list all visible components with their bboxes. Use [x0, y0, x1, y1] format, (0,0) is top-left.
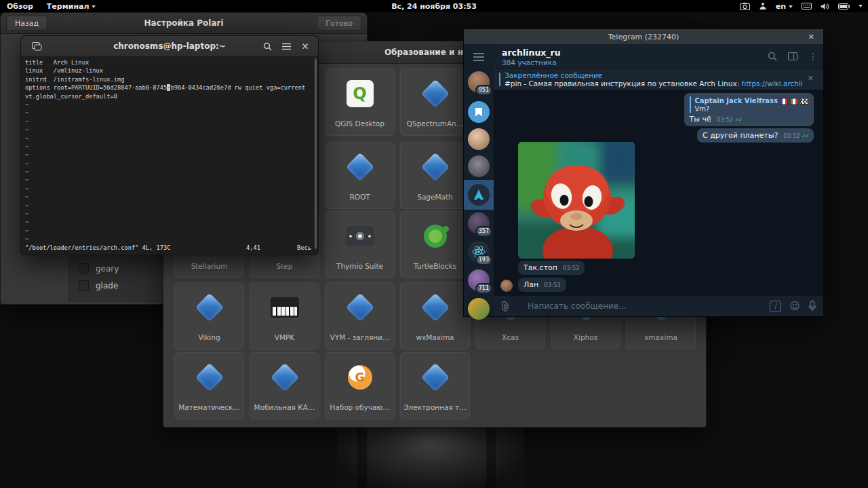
account-row-glade[interactable]: glade: [69, 277, 164, 294]
hamburger-menu-icon[interactable]: [473, 53, 484, 54]
chat-item-archlinux-selected[interactable]: [468, 184, 490, 206]
checkbox-unchecked[interactable]: [79, 280, 89, 290]
bot-commands-icon[interactable]: /: [770, 301, 781, 312]
battery-icon[interactable]: [838, 3, 850, 10]
reply-quote-block[interactable]: Captain Jack Vielfrass Vm?: [690, 96, 808, 113]
globe-icon: G: [348, 365, 372, 390]
app-tile-vym[interactable]: VYM - загляни…: [325, 282, 395, 350]
account-label: geary: [96, 264, 119, 274]
message-photo-knuckles-meme[interactable]: [518, 142, 635, 259]
keyboard-icon[interactable]: [802, 3, 812, 10]
app-tile-viking[interactable]: Viking: [174, 282, 244, 350]
app-diamond-icon: [420, 153, 449, 181]
emoji-icon[interactable]: ☺: [789, 301, 800, 312]
read-checks-icon: ✓✓: [802, 132, 808, 139]
unread-badge: 711: [475, 283, 492, 294]
app-tile-label: ROOT: [328, 193, 391, 201]
vim-tilde: ~: [25, 202, 318, 210]
done-button[interactable]: Готово: [317, 16, 361, 31]
vim-cursor-position: 4,41: [246, 244, 260, 251]
app-tile-label: Набор обучаю…: [328, 403, 391, 411]
app-tile-thymio[interactable]: Thymio Suite: [325, 211, 395, 278]
attach-paperclip-icon[interactable]: [500, 301, 510, 312]
volume-icon[interactable]: [821, 3, 829, 10]
app-tile-label: VYM - загляни…: [328, 333, 391, 341]
app-tile-mobile[interactable]: Мобильная КА…: [250, 352, 319, 419]
telegram-titlebar[interactable]: Telegram (232740) ✕: [464, 29, 823, 45]
app-tile-label: Thymio Suite: [328, 262, 391, 270]
app-tile-label: Step: [253, 262, 316, 270]
app-tile-label: xmaxima: [629, 333, 692, 341]
accessibility-person-icon[interactable]: [759, 2, 767, 10]
chat-item-6[interactable]: [468, 298, 490, 320]
new-tab-icon[interactable]: [29, 39, 44, 54]
close-icon[interactable]: ✕: [804, 29, 818, 44]
chat-header[interactable]: archlinux_ru 384 участника ⋮: [494, 44, 823, 69]
wallpaper-art: [337, 426, 524, 488]
back-button[interactable]: Назад: [6, 16, 47, 31]
terminal-line: title Arch Linux: [25, 58, 318, 67]
microphone-icon[interactable]: [808, 301, 816, 312]
app-tile-qspectrum[interactable]: QSpectrumAn…: [400, 69, 470, 136]
reply-quote-text: Vm?: [695, 105, 808, 113]
close-icon[interactable]: ✕: [804, 73, 818, 83]
sender-avatar[interactable]: [500, 280, 513, 292]
app-tile-sagemath[interactable]: SageMath: [400, 142, 470, 209]
message-bubble-incoming[interactable]: Лан03:53: [518, 278, 566, 292]
chat-item-1[interactable]: 951: [468, 71, 490, 93]
message-input[interactable]: Написать сообщение...: [528, 301, 762, 311]
screenshot-camera-icon[interactable]: [740, 3, 750, 10]
vim-filename: "/boot/loader/entries/arch.conf" 4L, 173…: [25, 244, 170, 251]
account-row-geary[interactable]: geary: [69, 260, 164, 277]
chat-item-4[interactable]: 357: [468, 212, 490, 234]
search-icon[interactable]: [768, 52, 777, 61]
app-tile-electronic[interactable]: Электронная т…: [400, 352, 470, 419]
app-tile-root[interactable]: ROOT: [325, 142, 395, 209]
app-tile-qgis[interactable]: Q QGIS Desktop: [325, 69, 395, 136]
app-tile-vmpk[interactable]: VMPK: [250, 282, 319, 350]
chat-item-react[interactable]: 193: [468, 241, 490, 263]
scrollbar[interactable]: [315, 58, 317, 249]
input-source-indicator[interactable]: en: [776, 2, 793, 11]
unread-badge: 357: [475, 226, 492, 237]
unread-badge: 951: [475, 85, 492, 96]
toggle-sidebar-icon[interactable]: [788, 52, 797, 60]
search-icon[interactable]: [260, 39, 275, 54]
kebab-menu-icon[interactable]: ⋮: [808, 51, 818, 62]
menu-icon[interactable]: [279, 39, 294, 54]
pinned-link[interactable]: https://wiki.archlinux.org/index.php/Ins…: [742, 79, 803, 88]
clock-button[interactable]: Вс, 24 ноября 03:53: [0, 2, 868, 11]
pinned-message-bar[interactable]: Закреплённое сообщение #pin - Самая прав…: [494, 69, 823, 90]
close-icon[interactable]: ✕: [298, 39, 313, 54]
terminal-content[interactable]: title Arch Linux linux /vmlinuz-linux in…: [21, 56, 318, 255]
telegram-chat-column: archlinux_ru 384 участника ⋮ Закре: [494, 44, 823, 316]
app-tile-label: Xiphos: [554, 333, 617, 341]
terminal-window: chronosms@hp-laptop:~ ✕ title Arch Linux…: [20, 35, 319, 255]
app-tile-math[interactable]: Математическ…: [174, 352, 244, 419]
app-tile-label: SageMath: [403, 193, 467, 201]
message-bubble-outgoing[interactable]: С другой планеты?03:52✓✓: [697, 128, 814, 143]
saved-messages-button[interactable]: [468, 101, 490, 123]
app-tile-label: Viking: [178, 333, 241, 341]
app-diamond-icon: [345, 293, 374, 322]
system-menu-arrow-icon[interactable]: [859, 5, 863, 7]
chat-item-2[interactable]: [468, 128, 490, 150]
app-tile-label: Stellarium: [178, 262, 241, 270]
app-tile-gcompris[interactable]: G Набор обучаю…: [325, 352, 395, 419]
chat-item-3[interactable]: [468, 155, 490, 177]
chat-item-5[interactable]: 711: [468, 269, 490, 291]
app-tile-turtleblocks[interactable]: TurtleBlocks: [400, 211, 470, 278]
app-diamond-icon: [345, 153, 374, 181]
activities-button[interactable]: Обзор: [7, 2, 33, 11]
app-tile-label: VMPK: [253, 333, 316, 341]
app-tile-wxmaxima[interactable]: wxMaxima: [400, 282, 470, 350]
message-bubble-outgoing[interactable]: Captain Jack Vielfrass Vm? Ты чё03:52✓✓: [684, 93, 814, 126]
message-bubble-incoming[interactable]: Так.стоп03:52: [518, 261, 585, 275]
checkbox-unchecked[interactable]: [79, 263, 89, 274]
app-menu-button[interactable]: Терминал: [47, 2, 96, 11]
chat-message-area: Captain Jack Vielfrass Vm? Ты чё03:52✓✓ …: [494, 90, 823, 295]
vim-tilde: ~: [25, 218, 318, 226]
vim-statusline: "/boot/loader/entries/arch.conf" 4L, 173…: [25, 244, 314, 252]
app-tile-label: Мобильная КА…: [253, 403, 316, 411]
app-diamond-icon: [195, 293, 223, 322]
